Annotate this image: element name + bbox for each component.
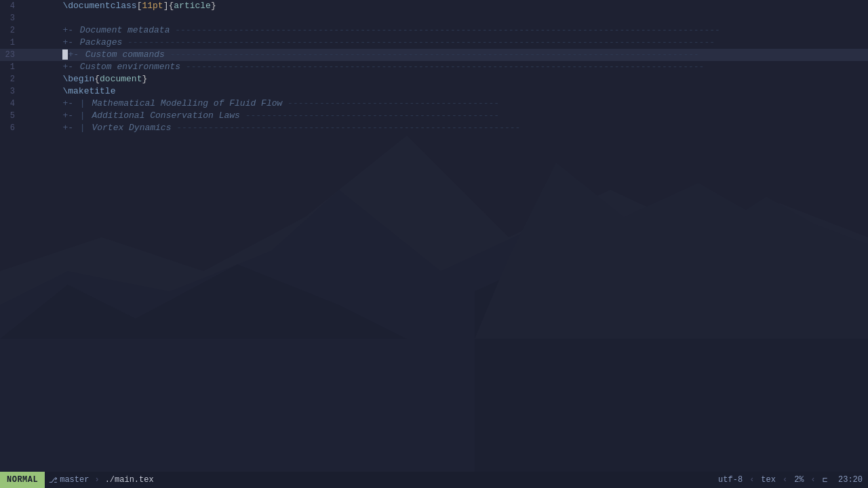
- mode-indicator: NORMAL: [0, 472, 45, 488]
- editor-container[interactable]: 4 \documentclass[11pt]{article} 3 2 +- D…: [0, 0, 868, 461]
- fold-vortex-dynamics: 6 +- | Vortex Dynamics -----------------…: [0, 122, 868, 134]
- line-num-3b: 3: [0, 85, 20, 98]
- line-num-3: 3: [0, 12, 20, 24]
- sep-4: ‹: [810, 475, 817, 485]
- git-icon: ⎇: [49, 476, 58, 485]
- file-path: ./main.tex: [101, 475, 158, 485]
- filetype-label: tex: [755, 475, 781, 485]
- encoding-label: utf-8: [713, 475, 748, 485]
- line-num-23: 23: [0, 49, 20, 61]
- line-num-2b: 2: [0, 73, 20, 85]
- line-num-1b: 1: [0, 61, 20, 73]
- filepath-text: ./main.tex: [105, 475, 154, 485]
- sep-3: ‹: [781, 475, 789, 485]
- git-branch: ⎇ master: [45, 475, 93, 485]
- line-1: 4 \documentclass[11pt]{article}: [0, 0, 868, 12]
- sep-1: ›: [93, 475, 100, 485]
- line-num-2: 2: [0, 24, 20, 37]
- cmd-documentclass: \documentclass: [62, 1, 136, 11]
- scroll-percent: 2%: [789, 475, 809, 485]
- status-right: utf-8 ‹ tex ‹ 2% ‹ ⊏ 23:20: [713, 472, 868, 488]
- status-bar: NORMAL ⎇ master › ./main.tex utf-8 ‹ tex…: [0, 472, 868, 488]
- line-num-4: 4: [0, 0, 20, 12]
- line-num-6: 6: [0, 122, 20, 134]
- editor-content: 4 \documentclass[11pt]{article} 3 2 +- D…: [0, 0, 868, 461]
- line-num-5: 5: [0, 110, 20, 122]
- line-num-1a: 1: [0, 37, 20, 49]
- line-icon: ⊏: [817, 475, 833, 485]
- sep-2: ‹: [748, 475, 755, 485]
- cursor-position: 23:20: [833, 475, 868, 485]
- branch-name: master: [60, 475, 89, 485]
- line-num-4b: 4: [0, 98, 20, 110]
